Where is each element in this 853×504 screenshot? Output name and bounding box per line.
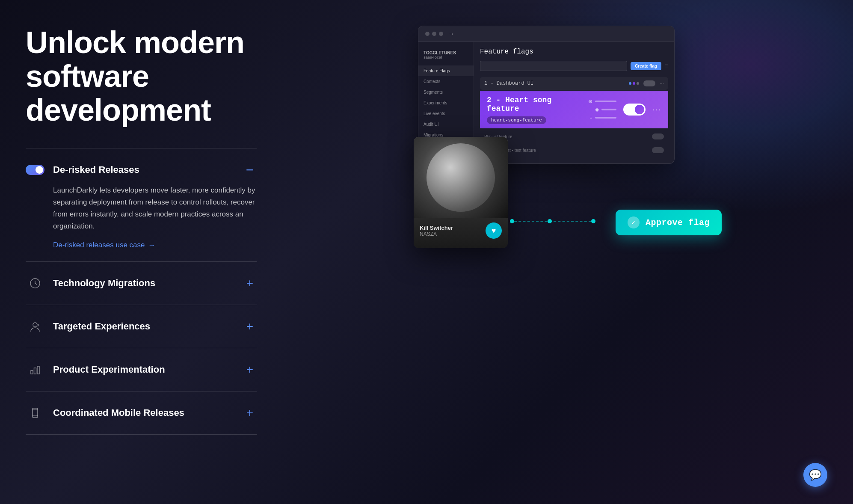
connection-line [510,219,595,228]
page-wrapper: Unlock modern software development De-ri… [0,0,853,504]
ff-line-2 [601,109,616,110]
left-panel: Unlock modern software development De-ri… [0,0,282,504]
ff-big-toggle-knob [635,105,644,114]
approve-flag-label: Approve flag [646,218,710,228]
chat-icon: 💬 [809,469,822,481]
ff-icon-diamond: ◆ [595,107,599,113]
heart-icon[interactable]: ♥ [486,222,502,239]
ff-flag-row-1[interactable]: 1 - Dashboard UI ··· [480,77,668,90]
ff-flag-2-badge: heart-song-feature [487,116,546,124]
svg-rect-4 [37,366,39,374]
ff-sidebar-feature-flags[interactable]: Feature Flags [418,65,474,76]
ff-icons-row1: ⊕ [588,98,616,104]
accordion-title-de-risked: De-risked Releases [53,164,234,175]
ff-line-3 [595,117,616,119]
ff-flag-2-toggle[interactable] [623,104,646,116]
accordion-header-product-experimentation[interactable]: Product Experimentation + [26,348,257,391]
ff-main-heading: Feature flags [480,48,668,56]
ff-icons-row2: ◆ [595,107,616,113]
conn-dot-middle [548,219,552,223]
music-card-image [414,137,508,218]
ff-app-logo: TOGGLETUNES saas-local [418,47,474,65]
conn-dashed-line [514,221,591,222]
ff-dot-blue [629,82,631,85]
accordion-title-mobile-releases: Coordinated Mobile Releases [53,407,234,418]
ff-more-rows: Playlist feature Import playlist • test … [480,130,668,157]
ff-flag-4-label: Import playlist • test feature [484,148,648,153]
ff-dot-3 [439,32,443,36]
ff-dot-gray [637,82,639,85]
accordion-header-de-risked[interactable]: De-risked Releases − [26,148,257,184]
ff-sidebar-live-events[interactable]: Live events [418,108,474,119]
svg-point-1 [33,323,37,327]
chart-icon [26,360,44,379]
ff-sidebar-experiments[interactable]: Experiments [418,98,474,108]
right-panel: → TOGGLETUNES saas-local Feature Flags C… [282,0,853,504]
clock-icon [26,274,44,293]
ff-dot-purple [633,82,635,85]
accordion-title-targeted-experiences: Targeted Experiences [53,321,234,332]
accordion-toggle-mobile-releases[interactable]: + [243,406,257,420]
music-card-bottom: Kill Switcher NASZA ♥ [414,218,508,243]
accordion: De-risked Releases − LaunchDarkly lets d… [26,148,257,435]
ff-sidebar-segments[interactable]: Segments [418,87,474,98]
toggle-knob [36,166,43,174]
mockup-container: → TOGGLETUNES saas-local Feature Flags C… [418,17,709,274]
ff-flag-2-label: 2 - Heart song feature [487,96,581,113]
svg-rect-2 [31,371,33,374]
accordion-content-de-risked: LaunchDarkly lets developers move faster… [26,184,257,261]
accordion-title-tech-migrations: Technology Migrations [53,278,234,289]
ff-flag-4-toggle[interactable] [652,147,664,153]
ff-sidebar-contexts[interactable]: Contexts [418,76,474,87]
ff-flag-2-content: 2 - Heart song feature heart-song-featur… [487,96,581,123]
accordion-item-targeted-experiences: Targeted Experiences + [26,305,257,348]
ff-flag-1-label: 1 - Dashboard UI [484,80,625,86]
accordion-toggle-product-experimentation[interactable]: + [243,363,257,377]
ff-window-dots [425,32,443,36]
accordion-link-de-risked[interactable]: De-risked releases use case → [53,241,257,249]
toggle-icon [26,160,44,179]
ff-icons-row3: ○ [589,115,616,121]
ff-flag-2-more[interactable]: ··· [652,105,661,114]
ff-flag-1-toggle[interactable] [643,80,655,86]
accordion-header-mobile-releases[interactable]: Coordinated Mobile Releases + [26,391,257,434]
music-card-artist: NASZA [420,231,453,237]
ff-dot-1 [425,32,429,36]
ff-search-input[interactable] [480,61,627,71]
svg-rect-3 [34,368,36,374]
hero-title: Unlock modern software development [26,26,257,127]
ff-flag-row-4[interactable]: Import playlist • test feature [480,144,668,157]
ff-flag-row-3[interactable]: Playlist feature [480,130,668,143]
approve-flag-button[interactable]: ✓ Approve flag [616,210,722,235]
accordion-item-mobile-releases: Coordinated Mobile Releases + [26,391,257,435]
accordion-header-targeted-experiences[interactable]: Targeted Experiences + [26,305,257,348]
accordion-item-product-experimentation: Product Experimentation + [26,348,257,391]
ff-topbar: → [418,26,674,42]
accordion-title-product-experimentation: Product Experimentation [53,364,234,375]
ff-icon-target: ⊕ [588,98,592,104]
accordion-toggle-targeted-experiences[interactable]: + [243,320,257,333]
ff-flag-3-label: Playlist feature [484,134,648,139]
ff-flag-1-more[interactable]: ··· [660,80,664,86]
person-icon [26,317,44,336]
ff-search-row: Create flag ≡ [480,61,668,71]
conn-dot-right [591,219,595,223]
accordion-header-tech-migrations[interactable]: Technology Migrations + [26,262,257,305]
ff-filter-icon[interactable]: ≡ [665,62,668,69]
accordion-toggle-tech-migrations[interactable]: + [243,276,257,290]
accordion-item-de-risked: De-risked Releases − LaunchDarkly lets d… [26,148,257,261]
ff-create-button[interactable]: Create flag [631,62,661,70]
music-card-info: Kill Switcher NASZA [420,225,453,237]
ff-sidebar-audit[interactable]: Audit UI [418,119,474,130]
ff-flag-2-icons: ⊕ ◆ ○ [588,98,616,121]
accordion-toggle-de-risked[interactable]: − [243,163,257,177]
chat-button[interactable]: 💬 [803,463,827,487]
ff-flag-row-2-highlight[interactable]: 2 - Heart song feature heart-song-featur… [480,91,668,128]
moon-image [426,143,495,212]
ff-flag-3-toggle[interactable] [652,133,664,139]
conn-dot-left [510,219,514,223]
toggle-switch [26,165,44,175]
mobile-icon [26,403,44,422]
music-card: Kill Switcher NASZA ♥ [414,137,508,248]
approve-checkmark-icon: ✓ [628,216,640,228]
